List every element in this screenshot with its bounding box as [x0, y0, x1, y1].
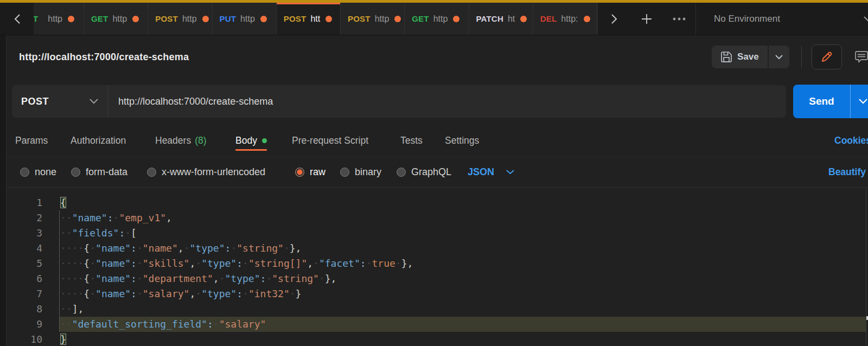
code-line-6: ····{·"name":·"department",·"type":·"str… [60, 271, 413, 286]
format-select[interactable]: JSON [468, 157, 514, 187]
tabbar-actions [597, 3, 695, 35]
tab-title-label: http: [561, 14, 578, 24]
unsaved-changes-dot [68, 16, 74, 22]
line-number: 5 [7, 256, 42, 271]
body-mode-x-www-form-urlencoded[interactable]: x-www-form-urlencoded [147, 157, 265, 187]
line-number: 3 [7, 226, 42, 241]
code-line-2: ··"name":·"emp_v1", [60, 210, 413, 226]
tab-method-label: GET [412, 14, 429, 23]
body-mode-label: raw [310, 166, 326, 178]
send-split-button: Send [793, 85, 868, 118]
send-button[interactable]: Send [793, 85, 850, 118]
radio-icon [71, 168, 80, 177]
tab-method-label: POST [155, 14, 178, 23]
editor-code[interactable]: {··"name":·"emp_v1",··"fields":·[····{·"… [60, 195, 413, 346]
comments-button[interactable] [846, 44, 868, 69]
chevron-down-icon [864, 16, 868, 22]
indent-guide-line [59, 210, 60, 332]
unsaved-changes-dot [520, 16, 527, 22]
unsaved-changes-dot [453, 16, 459, 22]
request-url-row: POST http://localhost:7000/create-schema… [7, 79, 868, 125]
code-line-5: ····{·"name":·"skills",·"type":·"string[… [60, 256, 413, 271]
section-tab-label: Settings [445, 135, 479, 146]
request-tab-2[interactable]: GEThttp [84, 3, 148, 35]
section-tab-label: Authorization [71, 135, 126, 146]
tab-method-label: GET [34, 14, 38, 23]
section-tab-authorization[interactable]: Authorization [71, 125, 126, 157]
request-tab-4[interactable]: PUThttp [213, 3, 277, 35]
tab-title-label: http [112, 14, 127, 24]
ellipsis-icon [673, 17, 686, 21]
section-tab-body[interactable]: Body [235, 125, 267, 157]
new-tab-button[interactable] [630, 3, 663, 35]
tab-method-label: GET [91, 14, 108, 23]
method-select[interactable]: POST [12, 85, 108, 118]
request-tab-8[interactable]: PATCHht [469, 3, 533, 35]
line-number: 10 [7, 332, 42, 346]
tab-method-label: POST [348, 14, 371, 23]
tab-title-label: ht [508, 14, 515, 24]
line-number: 2 [7, 210, 42, 226]
request-tabbar: GEThttpGEThttpPOSThttpPUThttpPOSThttPOST… [0, 3, 868, 35]
open-request-tabs: GEThttpGEThttpPOSThttpPUThttpPOSThttPOST… [34, 3, 597, 35]
line-number: 1 [7, 195, 42, 210]
code-line-8: ··], [60, 302, 413, 317]
section-tab-settings[interactable]: Settings [445, 125, 479, 157]
section-tab-pre-request-script[interactable]: Pre-request Script [292, 125, 368, 157]
tab-scroll-left-button[interactable] [0, 3, 34, 35]
request-title: http://localhost:7000/create-schema [19, 52, 189, 63]
request-tab-3[interactable]: POSThttp [148, 3, 212, 35]
body-code-editor[interactable]: 12345678910 {··"name":·"emp_v1",··"field… [7, 187, 868, 346]
line-number: 9 [7, 317, 42, 332]
save-options-button[interactable] [769, 46, 789, 68]
body-mode-form-data[interactable]: form-data [71, 157, 127, 187]
save-split-button: Save [712, 46, 789, 68]
body-mode-graphql[interactable]: GraphQL [397, 157, 451, 187]
section-tab-label: Params [15, 135, 48, 146]
chevron-down-icon [90, 99, 98, 104]
body-mode-raw[interactable]: raw [295, 157, 326, 187]
editor-scrollbar-track[interactable] [866, 188, 866, 346]
request-tab-5[interactable]: POSThtt [277, 3, 341, 35]
section-tab-label: Body [235, 135, 257, 146]
method-label: POST [21, 96, 90, 107]
tab-scroll-right-button[interactable] [598, 3, 630, 35]
request-tab-7[interactable]: GEThttp [405, 3, 469, 35]
body-mode-label: GraphQL [411, 166, 451, 178]
request-tab-6[interactable]: POSThttp [341, 3, 405, 35]
chevron-down-icon [859, 99, 867, 104]
save-button[interactable]: Save [712, 46, 768, 68]
code-line-10: } [60, 332, 413, 346]
request-tab-9[interactable]: DELhttp: [533, 3, 597, 35]
tab-title-label: http [182, 14, 197, 24]
send-options-button[interactable] [850, 85, 868, 118]
environment-selector[interactable]: No Environment [695, 3, 868, 35]
sidebar-collapsed-rail[interactable] [0, 35, 7, 346]
section-tab-headers[interactable]: Headers(8) [155, 125, 207, 157]
edit-documentation-button[interactable] [812, 44, 842, 69]
tab-options-button[interactable] [663, 3, 695, 35]
chevron-left-icon [14, 14, 20, 24]
cookies-link[interactable]: Cookies [834, 125, 868, 157]
body-mode-label: binary [355, 166, 381, 178]
section-tab-params[interactable]: Params [15, 125, 48, 157]
tab-method-label: PATCH [476, 14, 503, 23]
tab-method-label: PUT [220, 14, 237, 23]
line-number: 8 [7, 302, 42, 317]
request-title-row: http://localhost:7000/create-schema Save [7, 36, 868, 79]
body-filled-dot [262, 138, 267, 143]
unsaved-changes-dot [260, 16, 267, 22]
tab-title-label: http [375, 14, 390, 24]
body-mode-none[interactable]: none [20, 157, 56, 187]
body-mode-binary[interactable]: binary [340, 157, 381, 187]
request-section-tabs: Cookies ParamsAuthorizationHeaders(8)Bod… [7, 125, 868, 157]
body-mode-label: x-www-form-urlencoded [162, 166, 265, 178]
request-tab-1[interactable]: GEThttp [34, 3, 84, 35]
section-tab-tests[interactable]: Tests [400, 125, 423, 157]
headers-count-badge: (8) [195, 135, 206, 146]
chevron-right-icon [611, 14, 617, 24]
code-line-7: ····{·"name":·"salary",·"type":·"int32"·… [60, 286, 413, 302]
url-input[interactable]: http://localhost:7000/create-schema [108, 85, 786, 118]
beautify-link[interactable]: Beautify [828, 157, 866, 187]
save-icon [720, 51, 732, 63]
